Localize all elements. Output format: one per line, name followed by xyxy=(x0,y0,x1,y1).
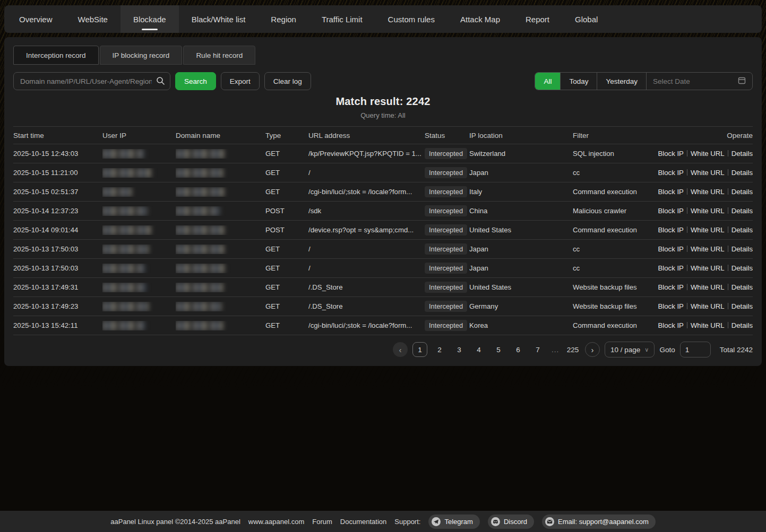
page-number-5[interactable]: 5 xyxy=(491,342,506,357)
footer-link-documentation[interactable]: Documentation xyxy=(340,518,386,526)
column-header-start-time: Start time xyxy=(13,132,102,139)
page-size-select[interactable]: 10 / page∨ xyxy=(605,342,655,357)
block-ip-link[interactable]: Block IP xyxy=(658,207,684,215)
export-button[interactable]: Export xyxy=(221,72,260,90)
result-summary: Match result: 2242 Query time: All xyxy=(13,95,753,119)
white-url-link[interactable]: White URL xyxy=(691,150,725,158)
white-url-link[interactable]: White URL xyxy=(691,302,725,310)
block-ip-link[interactable]: Block IP xyxy=(658,169,684,177)
block-ip-link[interactable]: Block IP xyxy=(658,150,684,158)
goto-label: Goto xyxy=(659,346,675,354)
cell-user-ip xyxy=(102,302,176,311)
footer-link-www-aapanel-com[interactable]: www.aapanel.com xyxy=(248,518,305,526)
nav-tab-website[interactable]: WebSite xyxy=(65,5,121,33)
redacted-user-ip xyxy=(102,168,152,178)
details-link[interactable]: Details xyxy=(731,150,753,158)
search-input[interactable] xyxy=(13,72,170,90)
white-url-link[interactable]: White URL xyxy=(691,264,725,272)
date-picker[interactable]: Select Date xyxy=(646,73,752,90)
operate-separator xyxy=(728,188,728,195)
cell-start-time: 2025-10-13 17:50:03 xyxy=(13,245,102,253)
cell-operate: Block IPWhite URLDetails xyxy=(655,321,753,329)
subtab-interception-record[interactable]: Interception record xyxy=(13,46,99,65)
details-link[interactable]: Details xyxy=(731,245,753,253)
block-ip-link[interactable]: Block IP xyxy=(658,226,684,234)
toolbar-left: Search Export Clear log xyxy=(13,72,311,90)
subtab-ip-blocking-record[interactable]: IP blocking record xyxy=(100,46,183,65)
nav-tab-attack-map[interactable]: Attack Map xyxy=(447,5,513,33)
nav-tab-custom-rules[interactable]: Custom rules xyxy=(375,5,447,33)
nav-tab-region[interactable]: Region xyxy=(258,5,309,33)
next-page-button[interactable]: › xyxy=(585,342,600,357)
details-link[interactable]: Details xyxy=(731,188,753,196)
support-pill-discord[interactable]: Discord xyxy=(488,514,534,529)
cell-url-address: / xyxy=(308,169,425,177)
redacted-user-ip xyxy=(102,245,149,254)
white-url-link[interactable]: White URL xyxy=(691,226,725,234)
cell-user-ip xyxy=(102,187,176,197)
white-url-link[interactable]: White URL xyxy=(691,245,725,253)
page-number-7[interactable]: 7 xyxy=(530,342,545,357)
page-number-6[interactable]: 6 xyxy=(511,342,526,357)
clear-log-button[interactable]: Clear log xyxy=(264,72,311,90)
block-ip-link[interactable]: Block IP xyxy=(658,321,684,329)
cell-start-time: 2025-10-13 17:49:23 xyxy=(13,302,102,310)
date-filter-all[interactable]: All xyxy=(535,73,560,90)
details-link[interactable]: Details xyxy=(731,302,753,310)
footer-link-forum[interactable]: Forum xyxy=(312,518,332,526)
table-row: 2025-10-15 02:51:37GET/cgi-bin/luci/;sto… xyxy=(13,182,753,202)
nav-tab-black-white-list[interactable]: Black/White list xyxy=(179,5,259,33)
page-number-2[interactable]: 2 xyxy=(432,342,447,357)
details-link[interactable]: Details xyxy=(731,226,753,234)
date-filter-today[interactable]: Today xyxy=(560,73,597,90)
nav-tab-report[interactable]: Report xyxy=(513,5,562,33)
subtab-rule-hit-record[interactable]: Rule hit record xyxy=(183,46,255,65)
block-ip-link[interactable]: Block IP xyxy=(658,245,684,253)
block-ip-link[interactable]: Block IP xyxy=(658,302,684,310)
cell-start-time: 2025-10-15 12:43:03 xyxy=(13,150,102,158)
date-filter-yesterday[interactable]: Yesterday xyxy=(597,73,646,90)
details-link[interactable]: Details xyxy=(731,264,753,272)
table-row: 2025-10-13 17:49:31GET/.DS_StoreIntercep… xyxy=(13,278,753,297)
support-pill-telegram[interactable]: Telegram xyxy=(428,514,479,529)
telegram-icon xyxy=(432,517,441,526)
white-url-link[interactable]: White URL xyxy=(691,321,725,329)
white-url-link[interactable]: White URL xyxy=(691,283,725,291)
details-link[interactable]: Details xyxy=(731,207,753,215)
white-url-link[interactable]: White URL xyxy=(691,188,725,196)
operate-separator xyxy=(728,169,728,176)
search-button[interactable]: Search xyxy=(175,72,216,90)
white-url-link[interactable]: White URL xyxy=(691,169,725,177)
block-ip-link[interactable]: Block IP xyxy=(658,264,684,272)
query-time: Query time: All xyxy=(13,111,753,119)
table-row: 2025-10-14 09:01:44POST/device.rsp?opt =… xyxy=(13,221,753,240)
page-number-225[interactable]: 225 xyxy=(565,342,580,357)
nav-tab-traffic-limit[interactable]: Traffic Limit xyxy=(309,5,375,33)
details-link[interactable]: Details xyxy=(731,169,753,177)
page-number-1[interactable]: 1 xyxy=(412,342,427,357)
prev-page-button[interactable]: ‹ xyxy=(393,342,408,357)
status-badge: Intercepted xyxy=(425,167,467,178)
page-number-4[interactable]: 4 xyxy=(471,342,486,357)
page-ellipsis[interactable]: ... xyxy=(550,346,561,354)
search-icon[interactable] xyxy=(156,76,165,88)
support-pill-email[interactable]: Email: support@aapanel.com xyxy=(542,514,656,529)
details-link[interactable]: Details xyxy=(731,283,753,291)
nav-tab-overview[interactable]: Overview xyxy=(6,5,65,33)
goto-page-input[interactable] xyxy=(680,342,711,357)
page-number-3[interactable]: 3 xyxy=(452,342,467,357)
nav-tab-global[interactable]: Global xyxy=(562,5,610,33)
details-link[interactable]: Details xyxy=(731,321,753,329)
table-row: 2025-10-13 17:50:03GET/InterceptedJapanc… xyxy=(13,259,753,278)
cell-user-ip xyxy=(102,283,176,292)
block-ip-link[interactable]: Block IP xyxy=(658,188,684,196)
redacted-user-ip xyxy=(102,187,132,197)
cell-operate: Block IPWhite URLDetails xyxy=(655,226,753,234)
nav-tab-blockade[interactable]: Blockade xyxy=(121,5,179,33)
redacted-user-ip xyxy=(102,321,145,330)
white-url-link[interactable]: White URL xyxy=(691,207,725,215)
block-ip-link[interactable]: Block IP xyxy=(658,283,684,291)
cell-operate: Block IPWhite URLDetails xyxy=(655,150,753,158)
support-pill-label: Telegram xyxy=(444,518,472,526)
cell-request-type: GET xyxy=(265,188,308,196)
